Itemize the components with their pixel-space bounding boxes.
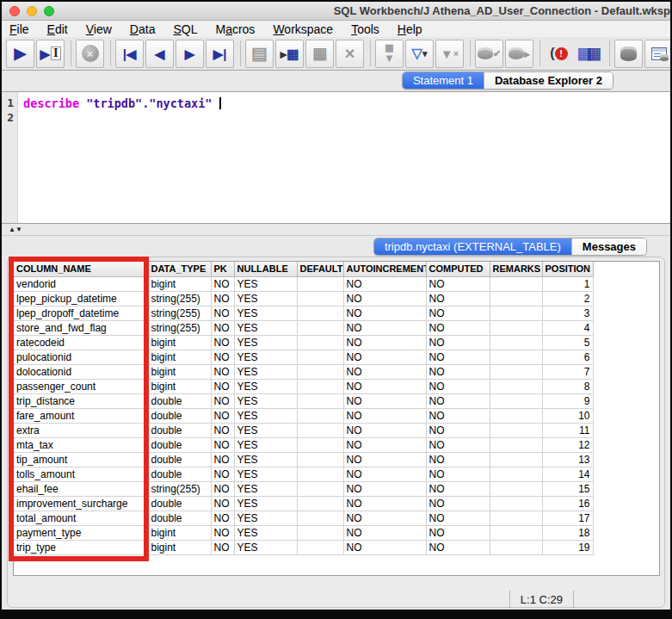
cell-column-name[interactable]: extra xyxy=(14,423,148,437)
cell-column-name[interactable]: mta_tax xyxy=(14,437,148,452)
cell-default[interactable] xyxy=(297,291,343,306)
cell-position[interactable]: 3 xyxy=(542,306,593,320)
cell-nullable[interactable]: YES xyxy=(234,379,297,393)
table-row[interactable]: payment_type bigint NO YES NO NO 18 xyxy=(14,525,593,540)
menu-item[interactable]: Help xyxy=(398,22,422,36)
cell-autoincrement[interactable]: NO xyxy=(343,408,426,423)
cell-default[interactable] xyxy=(297,452,343,467)
cell-nullable[interactable]: YES xyxy=(234,320,297,335)
column-header[interactable]: REMARKS xyxy=(490,262,542,276)
cell-nullable[interactable]: YES xyxy=(234,511,297,525)
cell-nullable[interactable]: YES xyxy=(234,423,297,437)
cell-column-name[interactable]: pulocationid xyxy=(14,350,148,364)
cell-autoincrement[interactable]: NO xyxy=(343,467,426,481)
cell-default[interactable] xyxy=(297,525,343,540)
splitter-arrows-icon[interactable]: ▲▼ xyxy=(9,226,22,233)
cell-default[interactable] xyxy=(297,335,343,350)
cell-nullable[interactable]: YES xyxy=(234,306,297,320)
cell-remarks[interactable] xyxy=(490,481,542,496)
table-row[interactable]: tip_amount double NO YES NO NO 13 xyxy=(14,452,593,467)
column-header[interactable]: DATA_TYPE xyxy=(148,262,211,276)
cell-nullable[interactable]: YES xyxy=(234,291,297,306)
join-completion-button[interactable]: ▦▦ xyxy=(575,40,603,68)
table-row[interactable]: pulocationid bigint NO YES NO NO 6 xyxy=(14,350,593,364)
previous-row-button[interactable]: ◀ xyxy=(145,40,174,68)
cell-autoincrement[interactable]: NO xyxy=(343,481,426,496)
cell-data-type[interactable]: bigint xyxy=(148,379,211,393)
cell-position[interactable]: 11 xyxy=(542,423,593,437)
cell-remarks[interactable] xyxy=(490,350,542,364)
column-header[interactable]: PK xyxy=(211,262,234,276)
column-header[interactable]: AUTOINCREMENT xyxy=(343,262,426,276)
cell-nullable[interactable]: YES xyxy=(234,364,297,379)
cell-column-name[interactable]: total_amount xyxy=(14,511,148,525)
cell-pk[interactable]: NO xyxy=(211,393,234,408)
cell-position[interactable]: 6 xyxy=(542,350,593,364)
menu-item[interactable]: View xyxy=(86,22,112,36)
cell-autoincrement[interactable]: NO xyxy=(343,393,426,408)
tab-statement-1[interactable]: Statement 1 xyxy=(403,72,484,89)
cell-remarks[interactable] xyxy=(490,335,542,350)
cell-position[interactable]: 16 xyxy=(542,496,593,511)
cell-default[interactable] xyxy=(297,393,343,408)
table-row[interactable]: ratecodeid bigint NO YES NO NO 5 xyxy=(14,335,593,350)
cell-nullable[interactable]: YES xyxy=(234,452,297,467)
rollback-on-error-button[interactable]: (! xyxy=(545,40,573,68)
update-database-button[interactable]: ▸▦ xyxy=(275,40,304,68)
cell-autoincrement[interactable]: NO xyxy=(343,364,426,379)
cell-autoincrement[interactable]: NO xyxy=(343,540,426,554)
connection-info-button[interactable] xyxy=(614,40,643,68)
cell-position[interactable]: 4 xyxy=(542,320,593,335)
cell-remarks[interactable] xyxy=(490,276,542,291)
insert-row-button[interactable]: ▦ xyxy=(305,40,334,68)
cell-default[interactable] xyxy=(297,276,343,291)
table-row[interactable]: lpep_pickup_datetime string(255) NO YES … xyxy=(14,291,593,306)
cell-nullable[interactable]: YES xyxy=(234,276,297,291)
next-row-button[interactable]: ▶ xyxy=(176,40,204,68)
cell-column-name[interactable]: payment_type xyxy=(14,525,148,540)
cell-position[interactable]: 10 xyxy=(542,408,593,423)
table-row[interactable]: improvement_surcharge double NO YES NO N… xyxy=(14,496,593,511)
menu-item[interactable]: File xyxy=(9,22,29,36)
cell-data-type[interactable]: bigint xyxy=(148,525,211,540)
cell-position[interactable]: 7 xyxy=(542,364,593,379)
cell-nullable[interactable]: YES xyxy=(234,437,297,452)
table-row[interactable]: lpep_dropoff_datetime string(255) NO YES… xyxy=(14,306,593,320)
table-row[interactable]: passenger_count bigint NO YES NO NO 8 xyxy=(14,379,593,393)
save-button[interactable]: ▤ xyxy=(245,40,274,68)
table-row[interactable]: extra double NO YES NO NO 11 xyxy=(14,423,593,437)
cell-computed[interactable]: NO xyxy=(426,423,490,437)
close-button[interactable] xyxy=(9,6,20,16)
cell-pk[interactable]: NO xyxy=(211,437,234,452)
cell-nullable[interactable]: YES xyxy=(234,408,297,423)
cell-remarks[interactable] xyxy=(490,511,542,525)
cell-pk[interactable]: NO xyxy=(211,496,234,511)
cell-remarks[interactable] xyxy=(490,525,542,540)
menu-item[interactable]: Edit xyxy=(47,22,68,36)
cell-remarks[interactable] xyxy=(490,364,542,379)
cell-nullable[interactable]: YES xyxy=(234,393,297,408)
cell-autoincrement[interactable]: NO xyxy=(343,350,426,364)
rollback-button[interactable]: ▸ xyxy=(505,40,533,68)
cell-remarks[interactable] xyxy=(490,452,542,467)
menu-item[interactable]: Macros xyxy=(215,22,255,36)
table-row[interactable]: trip_type bigint NO YES NO NO 19 xyxy=(14,540,593,554)
cell-default[interactable] xyxy=(297,320,343,335)
cell-pk[interactable]: NO xyxy=(211,291,234,306)
sql-editor[interactable]: 12 describe "tripdb"."nyctaxi" xyxy=(2,91,670,224)
quick-filter-button[interactable]: ▽▾ xyxy=(405,40,434,68)
cell-column-name[interactable]: ehail_fee xyxy=(14,481,148,496)
cell-pk[interactable]: NO xyxy=(211,540,234,554)
menu-item[interactable]: Tools xyxy=(351,22,379,36)
cell-remarks[interactable] xyxy=(490,379,542,393)
cell-pk[interactable]: NO xyxy=(211,481,234,496)
cell-autoincrement[interactable]: NO xyxy=(343,306,426,320)
cell-position[interactable]: 18 xyxy=(542,525,593,540)
cell-pk[interactable]: NO xyxy=(211,379,234,393)
cell-default[interactable] xyxy=(297,364,343,379)
cell-data-type[interactable]: double xyxy=(148,393,211,408)
cell-default[interactable] xyxy=(297,379,343,393)
cell-remarks[interactable] xyxy=(490,423,542,437)
cell-position[interactable]: 5 xyxy=(542,335,593,350)
cell-pk[interactable]: NO xyxy=(211,408,234,423)
